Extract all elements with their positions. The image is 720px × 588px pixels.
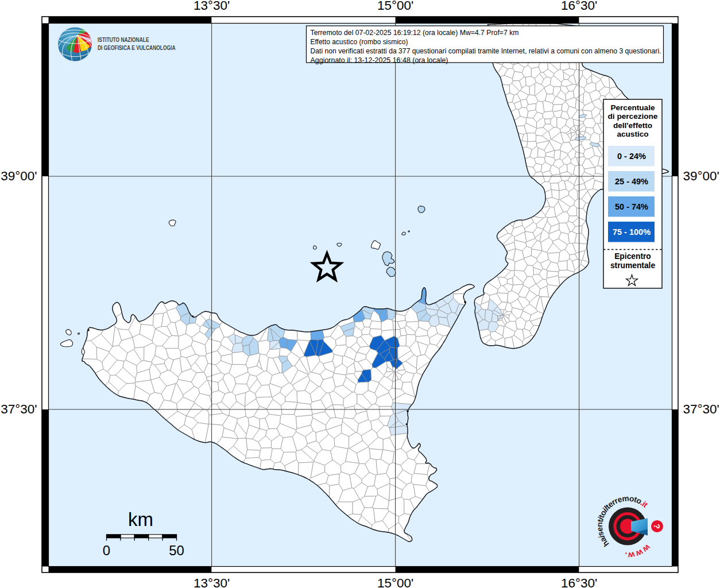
svg-text:?: ? bbox=[652, 524, 662, 529]
svg-text:DI GEOFISICA E VULCANOLOGIA: DI GEOFISICA E VULCANOLOGIA bbox=[98, 44, 176, 52]
svg-text:strumentale: strumentale bbox=[610, 261, 656, 270]
svg-text:Terremoto del 07-02-2025 16:19: Terremoto del 07-02-2025 16:19:12 (ora l… bbox=[311, 28, 519, 37]
svg-text:Aggiornato il: 13-12-2025 16:4: Aggiornato il: 13-12-2025 16:48 (ora loc… bbox=[311, 56, 448, 64]
svg-text:acustico: acustico bbox=[617, 130, 648, 138]
svg-text:dell'effetto: dell'effetto bbox=[613, 121, 652, 130]
svg-text:39°00': 39°00' bbox=[1, 169, 37, 183]
svg-text:37°30': 37°30' bbox=[1, 402, 37, 416]
svg-text:50 - 74%: 50 - 74% bbox=[615, 202, 648, 211]
svg-text:37°30': 37°30' bbox=[683, 402, 719, 416]
svg-text:16°30': 16°30' bbox=[561, 576, 597, 588]
svg-text:di percezione: di percezione bbox=[608, 112, 658, 121]
svg-text:50: 50 bbox=[169, 543, 184, 558]
svg-text:39°00': 39°00' bbox=[683, 169, 719, 183]
svg-text:Percentuale: Percentuale bbox=[610, 103, 655, 112]
svg-text:km: km bbox=[128, 509, 153, 530]
svg-text:Dati non verificati estratti d: Dati non verificati estratti da 377 ques… bbox=[311, 47, 661, 55]
svg-text:16°30': 16°30' bbox=[561, 0, 597, 13]
svg-text:15°00': 15°00' bbox=[377, 576, 413, 588]
svg-text:0 - 24%: 0 - 24% bbox=[617, 152, 646, 161]
svg-text:ISTITUTO NAZIONALE: ISTITUTO NAZIONALE bbox=[98, 36, 149, 44]
svg-text:25 - 49%: 25 - 49% bbox=[615, 177, 648, 186]
svg-text:0: 0 bbox=[103, 543, 110, 558]
svg-text:15°00': 15°00' bbox=[377, 0, 413, 13]
svg-text:Effetto acustico (rombo sismic: Effetto acustico (rombo sismico) bbox=[311, 37, 408, 46]
svg-text:13°30': 13°30' bbox=[193, 576, 230, 588]
svg-text:Epicentro: Epicentro bbox=[614, 252, 651, 261]
svg-text:75 - 100%: 75 - 100% bbox=[613, 227, 651, 237]
svg-text:13°30': 13°30' bbox=[193, 0, 230, 13]
